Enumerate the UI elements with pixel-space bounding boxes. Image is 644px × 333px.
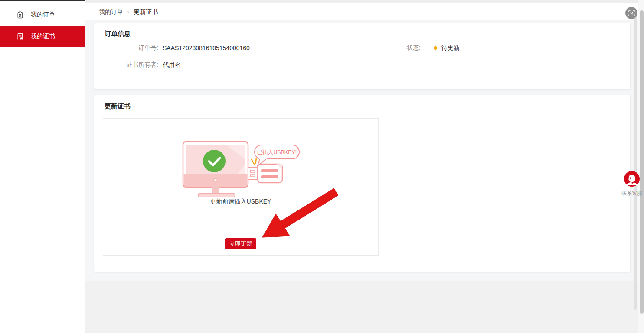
update-now-button[interactable]: 立即更新 — [225, 238, 256, 249]
top-strip — [85, 0, 644, 3]
breadcrumb: 我的订单 › 更新证书 — [85, 3, 644, 20]
cert-owner-row: 证书所有者: 代用名 — [94, 61, 630, 69]
breadcrumb-current: 更新证书 — [134, 8, 158, 16]
update-cert-card: 更新证书 — [94, 95, 631, 272]
update-box: 已插入USBKEY! 更新前请插入USBKEY 立即更新 — [103, 118, 379, 256]
footer-band — [85, 281, 644, 333]
usb-caption: 更新前请插入USBKEY — [103, 198, 378, 206]
customer-service-icon — [624, 171, 640, 187]
certificate-icon — [16, 33, 24, 40]
sidebar: 我的订单 我的证书 — [0, 0, 85, 333]
order-number-row: 订单号: SAAS120230816105154000160 — [94, 44, 630, 52]
cert-owner-value: 代用名 — [163, 61, 181, 69]
update-box-footer: 立即更新 — [103, 226, 378, 256]
breadcrumb-parent-link[interactable]: 我的订单 — [99, 8, 123, 16]
fullscreen-capture-button[interactable] — [625, 7, 637, 19]
outer-scrollbar-thumb[interactable] — [640, 10, 644, 314]
status-group: 状态: 待更新 — [407, 44, 460, 52]
sidebar-item-my-orders[interactable]: 我的订单 — [0, 4, 85, 26]
clipboard-icon — [16, 11, 24, 19]
cert-owner-label: 证书所有者: — [94, 61, 158, 69]
breadcrumb-separator-icon: › — [127, 9, 129, 15]
status-badge: 待更新 — [441, 44, 460, 52]
update-box-body: 已插入USBKEY! 更新前请插入USBKEY — [103, 119, 378, 226]
status-label: 状态: — [407, 44, 421, 52]
order-info-card: 订单信息 订单号: SAAS120230816105154000160 证书所有… — [94, 23, 631, 90]
sidebar-item-my-certificates[interactable]: 我的证书 — [0, 26, 85, 47]
sidebar-item-label: 我的订单 — [31, 11, 55, 19]
update-card-title: 更新证书 — [94, 95, 630, 111]
scan-x-icon — [628, 10, 635, 16]
contact-support-label: 联系客服 — [621, 190, 642, 197]
order-card-title: 订单信息 — [94, 23, 630, 39]
usbkey-monitor-illustration: 已插入USBKEY! — [174, 139, 304, 199]
content-area: 订单信息 订单号: SAAS120230816105154000160 证书所有… — [85, 20, 644, 281]
order-number-label: 订单号: — [94, 44, 158, 52]
inner-scrollbar-thumb[interactable] — [634, 12, 637, 310]
bubble-text: 已插入USBKEY! — [257, 149, 297, 155]
main-area: 我的订单 › 更新证书 订单信息 订单号: SAAS12023081610515… — [85, 0, 644, 333]
status-dot-icon — [434, 46, 437, 50]
sidebar-item-label: 我的证书 — [31, 32, 55, 40]
order-number-value: SAAS120230816105154000160 — [163, 45, 250, 52]
contact-support-widget[interactable]: 联系客服 — [621, 171, 642, 197]
